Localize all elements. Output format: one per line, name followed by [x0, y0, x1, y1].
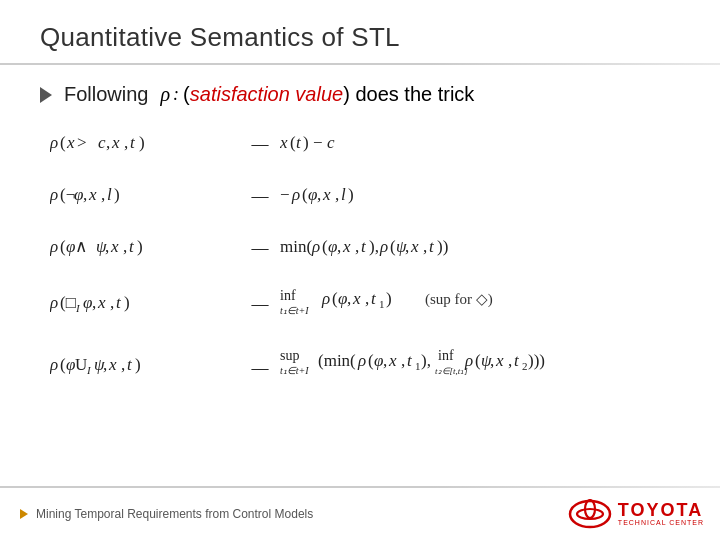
equation-1: ρ ( x > c , x , t ) — x — [50, 128, 680, 160]
content-area: Following ρ: (satisfaction value) does t… — [0, 65, 720, 486]
svg-text:φ: φ — [308, 185, 317, 204]
svg-text:,: , — [121, 355, 125, 374]
slide: Quantitative Semantics of STL Following … — [0, 0, 720, 540]
toyota-name: TOYOTA — [618, 501, 703, 519]
svg-text:(: ( — [60, 133, 66, 152]
footer: Mining Temporal Requirements from Contro… — [0, 488, 720, 540]
svg-text:)): )) — [437, 237, 448, 256]
eq3-lhs-svg: ρ ( φ ∧ ψ , x , t ) — [50, 232, 230, 260]
svg-text:φ: φ — [66, 355, 75, 374]
equation-5: ρ ( φ U I ψ , x , t ) — — [50, 344, 680, 392]
toyota-logo: TOYOTA TECHNICAL CENTER — [568, 499, 704, 529]
svg-text:),: ), — [369, 237, 379, 256]
footer-text: Mining Temporal Requirements from Contro… — [36, 507, 313, 521]
svg-text:I: I — [86, 364, 92, 376]
svg-text:t: t — [407, 351, 413, 370]
svg-text:): ) — [114, 185, 120, 204]
svg-text:t: t — [129, 237, 135, 256]
svg-text:x: x — [342, 237, 351, 256]
bullet-arrow-icon — [40, 87, 52, 103]
eq1-rhs-svg: x ( t ) − c — [280, 128, 400, 156]
svg-text:t: t — [371, 289, 377, 308]
svg-text:l: l — [341, 185, 346, 204]
equations-container: ρ ( x > c , x , t ) — x — [40, 128, 680, 396]
svg-text:(sup for ◇): (sup for ◇) — [425, 291, 493, 308]
svg-text:φ: φ — [74, 185, 83, 204]
svg-text:,: , — [124, 133, 128, 152]
svg-text:−: − — [280, 185, 290, 204]
svg-text:sup: sup — [280, 348, 299, 363]
svg-text:t: t — [127, 355, 133, 374]
svg-text:x: x — [410, 237, 419, 256]
eq4-rhs-svg: inf t₁∈t+I ρ ( φ , x , t 1 ) (sup for ◇) — [280, 284, 620, 320]
svg-text:x: x — [97, 293, 106, 312]
svg-text:ρ: ρ — [50, 237, 58, 256]
svg-text:2: 2 — [522, 360, 528, 372]
sat-value-text: satisfaction value — [190, 83, 343, 105]
svg-text:ρ: ρ — [50, 355, 58, 374]
svg-text:,: , — [106, 133, 110, 152]
svg-text:,: , — [105, 237, 109, 256]
following-line: Following ρ: (satisfaction value) does t… — [40, 83, 680, 106]
svg-text:,: , — [355, 237, 359, 256]
equation-3: ρ ( φ ∧ ψ , x , t ) — min( — [50, 232, 680, 264]
svg-text:t₂∈[t,t₁]: t₂∈[t,t₁] — [435, 366, 468, 376]
svg-text:,: , — [317, 185, 321, 204]
eq4-rhs: inf t₁∈t+I ρ ( φ , x , t 1 ) (sup for ◇) — [280, 284, 680, 324]
svg-text:t: t — [514, 351, 520, 370]
svg-text:ρ: ρ — [50, 293, 58, 312]
footer-bullet-icon — [20, 509, 28, 519]
svg-text:inf: inf — [438, 348, 454, 363]
svg-text:(□: (□ — [60, 293, 76, 312]
svg-text:,: , — [103, 355, 107, 374]
svg-text:x: x — [352, 289, 361, 308]
svg-text:t: t — [361, 237, 367, 256]
eq2-rhs: − ρ ( φ , x , l ) — [280, 180, 680, 212]
eq4-lhs: ρ (□ I φ , x , t ) — [50, 288, 240, 320]
svg-text:),: ), — [421, 351, 431, 370]
eq2-lhs: ρ (¬ φ , x , l ) — [50, 180, 240, 212]
colon-symbol: : — [173, 84, 179, 105]
svg-text:ρ: ρ — [50, 133, 58, 152]
eq5-rhs: sup t₁∈t+I (min( ρ ( φ , x , t 1 ), inf — [280, 344, 680, 392]
svg-text:): ) — [135, 355, 141, 374]
svg-text:x: x — [88, 185, 97, 204]
svg-text:,: , — [92, 293, 96, 312]
svg-text:t₁∈t+I: t₁∈t+I — [280, 365, 309, 376]
svg-text:(¬: (¬ — [60, 185, 75, 204]
svg-text:,: , — [101, 185, 105, 204]
svg-text:ρ: ρ — [311, 237, 320, 256]
svg-text:1: 1 — [379, 298, 385, 310]
eq3-rhs: min( ρ ( φ , x , t ), ρ ( ψ , x — [280, 232, 680, 264]
toyota-emblem-icon — [568, 499, 612, 529]
svg-text:(min(: (min( — [318, 351, 356, 370]
svg-text:x: x — [322, 185, 331, 204]
svg-text:φ: φ — [66, 237, 75, 256]
svg-text:): ) — [139, 133, 145, 152]
svg-text:ρ: ρ — [50, 185, 58, 204]
svg-text:,: , — [423, 237, 427, 256]
eq5-rhs-svg: sup t₁∈t+I (min( ρ ( φ , x , t 1 ), inf — [280, 344, 680, 388]
following-label: Following — [64, 83, 148, 106]
svg-text:ρ: ρ — [321, 289, 330, 308]
svg-text:l: l — [107, 185, 112, 204]
svg-text:∧: ∧ — [75, 237, 87, 256]
eq1-lhs-svg: ρ ( x > c , x , t ) — [50, 128, 230, 156]
eq1-equals: — — [240, 134, 280, 154]
svg-text:t₁∈t+I: t₁∈t+I — [280, 305, 309, 316]
svg-text:): ) — [348, 185, 354, 204]
eq2-lhs-svg: ρ (¬ φ , x , l ) — [50, 180, 230, 208]
svg-text:c: c — [98, 133, 106, 152]
svg-text:ρ: ρ — [357, 351, 366, 370]
svg-text:t: t — [116, 293, 122, 312]
svg-text:,: , — [401, 351, 405, 370]
svg-text:,: , — [337, 237, 341, 256]
svg-text:t: t — [429, 237, 435, 256]
eq2-equals: — — [240, 186, 280, 206]
svg-text:ρ: ρ — [291, 185, 300, 204]
svg-text:) −: ) − — [303, 133, 323, 152]
eq2-rhs-svg: − ρ ( φ , x , l ) — [280, 180, 440, 208]
page-title: Quantitative Semantics of STL — [40, 22, 680, 53]
svg-text:inf: inf — [280, 288, 296, 303]
svg-text:φ: φ — [338, 289, 347, 308]
